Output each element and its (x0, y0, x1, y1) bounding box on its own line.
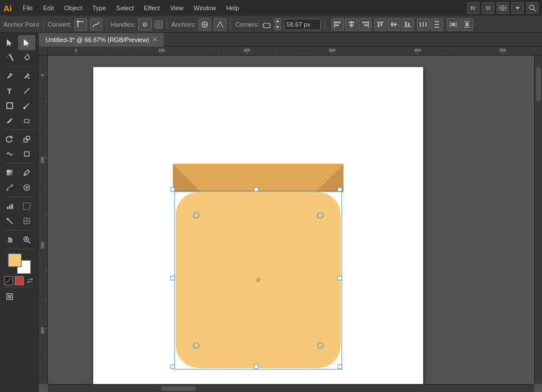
bottom-sep (5, 287, 34, 287)
svg-line-49 (10, 54, 13, 61)
svg-marker-48 (24, 39, 29, 46)
svg-rect-2 (499, 9, 502, 11)
rotate-tool[interactable] (1, 132, 18, 147)
align-icon-group (332, 18, 371, 31)
add-anchor-tool[interactable] (18, 69, 35, 84)
svg-text:500: 500 (499, 48, 506, 52)
svg-point-70 (11, 184, 13, 186)
bridge-icon-btn[interactable]: Br (467, 2, 479, 14)
spacing-h-btn[interactable] (447, 18, 460, 31)
tool-row-bottom (1, 289, 38, 304)
menu-window[interactable]: Window (190, 3, 220, 12)
svg-rect-56 (7, 103, 13, 109)
gradient-tool[interactable] (1, 165, 18, 180)
corners-spinners (274, 18, 281, 30)
scroll-bar-horizontal[interactable] (48, 384, 534, 392)
menu-view[interactable]: View (166, 3, 188, 12)
color-separator (5, 249, 34, 249)
svg-rect-26 (378, 23, 379, 27)
handles-checkbox[interactable] (155, 20, 163, 28)
symbol-tool[interactable] (18, 180, 35, 195)
canvas-area: Untitled-3* @ 66.67% (RGB/Preview) ✕ 0 1… (39, 33, 542, 392)
pencil-tool[interactable] (1, 113, 18, 128)
align-bottom-btn[interactable] (402, 18, 414, 31)
corners-down-btn[interactable] (274, 24, 281, 30)
slice-tool[interactable] (1, 214, 18, 228)
paintbrush-tool[interactable] (18, 98, 35, 113)
swap-icon[interactable] (26, 276, 35, 285)
workspace-dropdown-btn[interactable] (511, 2, 524, 14)
svg-rect-73 (7, 207, 9, 209)
scale-tool[interactable] (18, 132, 35, 147)
menu-select[interactable]: Select (112, 3, 138, 12)
menu-file[interactable]: File (19, 3, 37, 12)
magic-wand-tool[interactable] (1, 50, 18, 65)
workspace-icon-btn[interactable] (497, 2, 509, 14)
menu-object[interactable]: Object (60, 3, 86, 12)
warp-tool[interactable] (1, 147, 18, 161)
artboard-tool[interactable] (18, 199, 35, 214)
tab-close-btn[interactable]: ✕ (152, 36, 157, 43)
search-icon-btn[interactable] (526, 2, 539, 14)
direct-selection-tool[interactable] (18, 35, 35, 50)
hand-tool[interactable] (1, 232, 18, 247)
corners-up-btn[interactable] (274, 18, 281, 24)
blend-tool[interactable] (1, 180, 18, 195)
tool-row-3 (1, 69, 38, 84)
rectangle-tool[interactable] (1, 98, 18, 113)
zoom-tool[interactable] (18, 232, 35, 247)
align-center-v-btn[interactable] (388, 18, 400, 31)
align-left-btn[interactable] (332, 18, 344, 31)
tool-separator-5 (5, 230, 34, 231)
column-graph-tool[interactable] (1, 199, 18, 214)
anchors-btn-2[interactable] (214, 18, 226, 31)
align-right-btn[interactable] (359, 18, 371, 31)
menu-edit[interactable]: Edit (39, 3, 58, 12)
svg-point-57 (23, 107, 26, 109)
svg-point-52 (10, 73, 11, 75)
svg-rect-74 (9, 205, 11, 209)
slice-select-tool[interactable] (18, 214, 35, 228)
convert-label: Convert: (48, 21, 72, 28)
eyedropper-tool[interactable] (18, 165, 35, 180)
free-transform-tool[interactable] (18, 147, 35, 161)
align-center-h-btn[interactable] (345, 18, 358, 31)
distrib-v-btn[interactable] (431, 18, 443, 31)
document-tab[interactable]: Untitled-3* @ 66.67% (RGB/Preview) ✕ (39, 33, 164, 47)
corners-value-input[interactable]: 58.67 px (284, 19, 321, 30)
handles-btn-1[interactable] (138, 18, 152, 31)
scroll-bar-vertical[interactable] (534, 56, 542, 384)
foreground-color-swatch[interactable] (8, 253, 22, 267)
lasso-tool[interactable] (18, 50, 35, 65)
spacing-v-btn[interactable] (461, 18, 473, 31)
tool-row-6 (1, 113, 38, 128)
menu-effect[interactable]: Effect (140, 3, 164, 12)
menu-icon-group: Br St (467, 2, 539, 14)
scroll-thumb-h[interactable] (162, 386, 196, 391)
selection-tool[interactable] (1, 35, 18, 50)
menu-help[interactable]: Help (222, 3, 243, 12)
line-tool[interactable] (18, 84, 35, 98)
menu-type[interactable]: Type (89, 3, 110, 12)
align-top-btn[interactable] (374, 18, 387, 31)
svg-point-7 (77, 20, 79, 23)
stock-icon-btn[interactable]: St (482, 2, 494, 14)
distrib-h-btn[interactable] (417, 18, 429, 31)
stroke-box[interactable] (15, 276, 24, 285)
eraser-tool[interactable] (18, 113, 35, 128)
none-icon[interactable] (4, 276, 13, 285)
handle-bl (171, 365, 175, 369)
tool-row-4: T (1, 84, 38, 98)
screen-mode-btn[interactable] (1, 289, 18, 304)
svg-rect-40 (435, 27, 439, 28)
type-tool[interactable]: T (1, 84, 18, 98)
svg-rect-43 (452, 23, 455, 26)
svg-rect-66 (28, 155, 30, 157)
pen-tool[interactable] (1, 69, 18, 84)
scroll-thumb-v[interactable] (536, 67, 541, 101)
divider-2 (106, 19, 107, 30)
anchors-btn-1[interactable] (198, 18, 211, 31)
convert-corner-btn[interactable] (75, 18, 87, 31)
svg-rect-64 (28, 151, 30, 153)
convert-smooth-btn[interactable] (90, 18, 102, 31)
